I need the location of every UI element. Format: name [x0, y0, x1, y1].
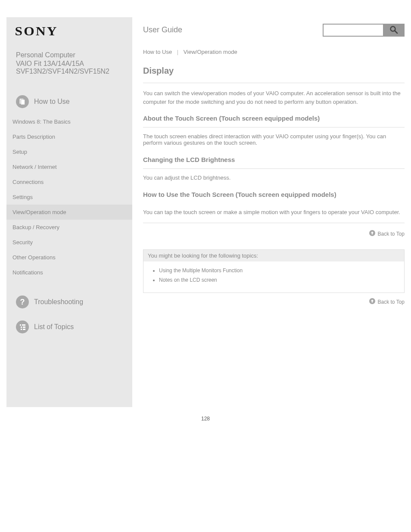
book-icon	[16, 95, 29, 108]
sidebar: SONY Personal Computer VAIO Fit 13A/14A/…	[6, 17, 132, 407]
related-topics: You might be looking for the following t…	[143, 249, 405, 293]
related-link-1[interactable]: Notes on the LCD screen	[159, 275, 400, 285]
section-title-2[interactable]: How to Use the Touch Screen (Touch scree…	[143, 191, 405, 203]
svg-rect-6	[20, 324, 21, 326]
nav-group-label-list: List of Topics	[34, 323, 74, 331]
svg-rect-8	[21, 327, 22, 328]
svg-rect-11	[23, 329, 25, 330]
back-to-top-link[interactable]: Back to Top	[369, 230, 405, 237]
svg-rect-10	[21, 329, 22, 330]
back-to-top-2: Back to Top	[143, 293, 405, 309]
related-title: You might be looking for the following t…	[143, 250, 404, 261]
sidebar-item-setup[interactable]: Setup	[6, 144, 132, 159]
sidebar-item-windows8[interactable]: Windows 8: The Basics	[6, 114, 132, 129]
breadcrumb: How to Use | View/Operation mode	[143, 49, 405, 55]
help-icon: ?	[16, 296, 29, 308]
section-title-1[interactable]: Changing the LCD Brightness	[143, 156, 405, 169]
svg-rect-7	[22, 324, 25, 326]
back-to-top-label-2: Back to Top	[378, 299, 405, 305]
brand-logo-text: SONY	[15, 24, 58, 38]
section-title-0[interactable]: About the Touch Screen (Touch screen equ…	[143, 115, 405, 128]
sidebar-item-other[interactable]: Other Operations	[6, 250, 132, 265]
breadcrumb-a[interactable]: How to Use	[143, 49, 172, 55]
nav-group-list-topics[interactable]: List of Topics	[6, 318, 132, 336]
page-title: Display	[143, 66, 405, 83]
back-to-top-label: Back to Top	[378, 231, 405, 237]
sidebar-item-network[interactable]: Network / Internet	[6, 159, 132, 174]
sidebar-item-connections[interactable]: Connections	[6, 174, 132, 190]
nav-group-troubleshooting[interactable]: ? Troubleshooting	[6, 293, 132, 311]
nav-group-label: How to Use	[34, 98, 70, 106]
svg-rect-9	[23, 327, 25, 328]
search-icon	[389, 25, 398, 35]
sidebar-item-parts[interactable]: Parts Description	[6, 129, 132, 144]
nav-sub-list: Windows 8: The Basics Parts Description …	[6, 114, 132, 280]
sidebar-item-notifications[interactable]: Notifications	[6, 265, 132, 280]
breadcrumb-b[interactable]: View/Operation mode	[184, 49, 237, 55]
nav-group-label-troubleshoot: Troubleshooting	[34, 298, 83, 306]
list-icon	[16, 320, 29, 333]
arrow-up-icon	[369, 230, 375, 237]
divider	[143, 223, 405, 223]
section-body-1: You can adjust the LCD brightness.	[143, 173, 405, 182]
sidebar-item-settings[interactable]: Settings	[6, 190, 132, 205]
section-body-0: The touch screen enables direct interact…	[143, 132, 405, 147]
related-link-0[interactable]: Using the Multiple Monitors Function	[159, 266, 400, 275]
sidebar-item-backup[interactable]: Backup / Recovery	[6, 220, 132, 235]
sidebar-item-security[interactable]: Security	[6, 235, 132, 250]
svg-rect-2	[21, 100, 25, 105]
section-body-2: You can tap the touch screen or make a s…	[143, 208, 405, 217]
main-content: User Guide How to Use | View/Operation m…	[132, 17, 405, 407]
sidebar-item-view-mode[interactable]: View/Operation mode	[6, 205, 132, 220]
arrow-up-icon	[369, 298, 375, 305]
intro-text: You can switch the view/operation modes …	[143, 89, 405, 106]
page-number: 128	[0, 407, 411, 430]
search-button[interactable]	[383, 24, 405, 37]
nav-section: How to Use Windows 8: The Basics Parts D…	[6, 93, 132, 336]
back-to-top-link-2[interactable]: Back to Top	[369, 298, 405, 305]
breadcrumb-sep: |	[174, 49, 182, 55]
svg-point-5	[16, 320, 29, 333]
search	[323, 24, 405, 37]
back-to-top: Back to Top	[143, 225, 405, 241]
brand-logo: SONY	[6, 17, 132, 38]
search-input[interactable]	[323, 24, 383, 37]
svg-line-13	[395, 31, 398, 33]
product-name: Personal Computer	[6, 38, 132, 59]
nav-group-how-to-use[interactable]: How to Use	[6, 93, 132, 111]
svg-text:?: ?	[20, 298, 25, 306]
user-guide-label: User Guide	[143, 25, 182, 34]
model-name: VAIO Fit 13A/14A/15A SVF13N2/SVF14N2/SVF…	[6, 59, 132, 75]
